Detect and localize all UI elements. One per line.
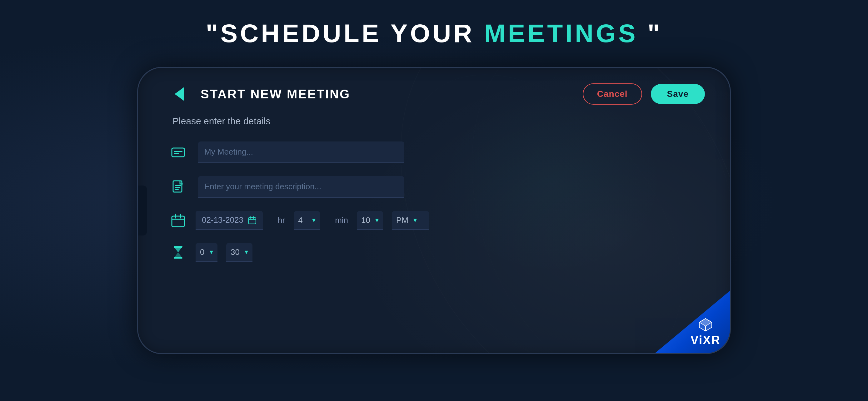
vixr-xr: XR (703, 334, 720, 347)
calendar-icon (170, 213, 186, 228)
save-button[interactable]: Save (651, 84, 705, 104)
duration-minutes-wrap[interactable]: 015 30 45 ▾ (226, 243, 252, 262)
card-icon (170, 145, 186, 160)
ampm-chevron-icon: ▾ (413, 216, 417, 224)
minute-select-wrap[interactable]: 0005 10 152025 303540 455055 ▾ (357, 211, 383, 230)
svg-rect-10 (175, 189, 179, 190)
svg-rect-5 (174, 151, 183, 152)
duration-hours-wrap[interactable]: 012 345 ▾ (195, 243, 217, 262)
date-time-row: 02-13-2023 hr 123 456 789 (169, 211, 607, 230)
header-row: START NEW MEETING Cancel Save (169, 83, 705, 105)
min-label: min (335, 215, 348, 225)
doc-icon (170, 179, 186, 195)
headline-end: " (638, 19, 662, 47)
header-left: START NEW MEETING (169, 84, 350, 104)
vixr-vi: Vi (690, 334, 703, 347)
hour-select-wrap[interactable]: 123 456 789 101112 ▾ (294, 211, 320, 230)
svg-rect-7 (173, 181, 182, 192)
minute-chevron-icon: ▾ (375, 216, 379, 224)
cancel-button[interactable]: Cancel (583, 83, 642, 105)
meeting-name-input[interactable] (198, 141, 404, 163)
device-notch (138, 186, 147, 235)
meeting-desc-icon (169, 178, 187, 196)
duration-minutes-select[interactable]: 015 30 45 (230, 247, 242, 257)
vixr-cube-icon (698, 317, 713, 332)
calendar-small-icon (248, 216, 256, 225)
date-icon-container (169, 212, 187, 229)
headline-teal: MEETINGS (484, 19, 638, 47)
meeting-name-row (169, 141, 607, 163)
app-content: START NEW MEETING Cancel Save Please ent… (138, 68, 730, 353)
duration-hourglass-icon (169, 244, 187, 261)
svg-rect-9 (175, 187, 180, 188)
hr-label: hr (278, 215, 285, 225)
svg-rect-4 (172, 148, 184, 157)
form-area: 02-13-2023 hr 123 456 789 (169, 141, 607, 262)
device-frame: START NEW MEETING Cancel Save Please ent… (137, 67, 731, 354)
page-wrapper: "SCHEDULE YOUR MEETINGS " START NEW MEET… (0, 0, 868, 401)
headline-start: "SCHEDULE YOUR (206, 19, 484, 47)
page-title: START NEW MEETING (200, 87, 350, 101)
back-chevron-icon (175, 87, 184, 101)
svg-rect-11 (172, 216, 184, 227)
form-subtitle: Please enter the details (173, 116, 705, 127)
date-value: 02-13-2023 (202, 215, 243, 225)
duration-minutes-chevron-icon: ▾ (245, 248, 248, 256)
ampm-select-wrap[interactable]: AM PM ▾ (392, 211, 429, 230)
minute-select[interactable]: 0005 10 152025 303540 455055 (361, 215, 373, 225)
ampm-select[interactable]: AM PM (396, 215, 411, 225)
back-button[interactable] (169, 84, 189, 104)
meeting-desc-row (169, 176, 607, 198)
header-right: Cancel Save (583, 83, 705, 105)
svg-rect-6 (174, 153, 179, 154)
headline: "SCHEDULE YOUR MEETINGS " (206, 19, 662, 48)
vixr-logo-text: ViXR (690, 334, 720, 347)
svg-rect-15 (248, 218, 256, 224)
svg-rect-8 (175, 185, 181, 186)
duration-row: 012 345 ▾ 015 30 45 ▾ (169, 243, 607, 262)
hour-chevron-icon: ▾ (312, 216, 316, 224)
date-input-field[interactable]: 02-13-2023 (195, 211, 263, 230)
vixr-logo: ViXR (690, 317, 720, 347)
hour-select[interactable]: 123 456 789 101112 (298, 215, 310, 225)
hourglass-svg (170, 245, 186, 260)
meeting-desc-input[interactable] (198, 176, 404, 198)
duration-hours-chevron-icon: ▾ (210, 248, 213, 256)
duration-hours-select[interactable]: 012 345 (200, 247, 207, 257)
meeting-name-icon (169, 144, 187, 161)
